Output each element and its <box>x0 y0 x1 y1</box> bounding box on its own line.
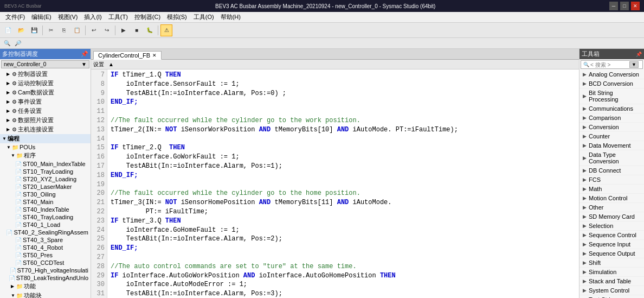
menu-item-o[interactable]: 工具(O) <box>190 12 217 22</box>
sidebar-item-st70[interactable]: 📄 ST70_High_voltageInsulati <box>0 267 91 274</box>
sidebar-item-st40spare[interactable]: 📄 ST40_3_Spare <box>0 236 91 244</box>
right-item-datamove[interactable]: ▶Data Movement <box>579 141 644 150</box>
build-button[interactable]: ⚠ <box>160 24 172 36</box>
right-items-list: ▶Analog Conversion ▶BCD Conversion ▶Bit … <box>579 70 644 298</box>
right-item-comparison[interactable]: ▶Comparison <box>579 113 644 123</box>
menu-item-c[interactable]: 控制器(C) <box>131 12 164 22</box>
cut-button[interactable]: ✂ <box>45 24 57 36</box>
menu-item-h[interactable]: 帮助(H) <box>217 12 244 22</box>
save-button[interactable]: 💾 <box>28 24 40 36</box>
right-item-conversion[interactable]: ▶Conversion <box>579 123 644 132</box>
menu-item-s[interactable]: 模拟(S) <box>164 12 190 22</box>
sidebar-item-st60[interactable]: 📄 ST60_CCDTest <box>0 259 91 267</box>
item-label: Simulation <box>589 269 616 275</box>
sidebar-dropdown[interactable]: new_Controller_0 ▼ <box>1 60 89 68</box>
maximize-button[interactable]: □ <box>620 2 629 10</box>
copy-button[interactable]: ⎘ <box>58 24 70 36</box>
sidebar-item-st80[interactable]: 📄 ST80_LeakTestingAndUnlo <box>0 274 91 282</box>
right-item-bitstring[interactable]: ▶Bit String Processing <box>579 88 644 104</box>
right-item-fcs[interactable]: ▶FCS <box>579 175 644 185</box>
sidebar-item-function[interactable]: ▶ 📁 功能 <box>0 282 91 291</box>
zoom-in-button[interactable]: 🔍 <box>2 39 12 48</box>
right-item-stacktable[interactable]: ▶Stack and Table <box>579 277 644 286</box>
sidebar-item-st40load[interactable]: 📄 ST40_1_Load <box>0 221 91 229</box>
tree-arrow: ▶ <box>7 90 12 95</box>
new-button[interactable]: 📄 <box>2 24 14 36</box>
item-arrow: ▶ <box>583 134 587 139</box>
search-button[interactable]: ▼ <box>629 61 639 68</box>
editor-area: CylinderControl_FB ✕ 设置 ▲ 7891011 121314… <box>91 49 579 298</box>
sidebar-item-funcblock[interactable]: ▼ 📁 功能块 <box>0 291 91 298</box>
right-item-bcd[interactable]: ▶BCD Conversion <box>579 79 644 88</box>
close-button[interactable]: ✕ <box>631 2 640 10</box>
right-item-seqinput[interactable]: ▶Sequence Input <box>579 240 644 249</box>
right-item-dbconnect[interactable]: ▶DB Connect <box>579 166 644 175</box>
sidebar-item-st40tray[interactable]: 📄 ST40_TrayLoading <box>0 213 91 221</box>
open-button[interactable]: 📂 <box>15 24 27 36</box>
minimize-button[interactable]: ─ <box>609 2 618 10</box>
right-item-analog[interactable]: ▶Analog Conversion <box>579 70 644 79</box>
menu-item-i[interactable]: 插入(I) <box>81 12 105 22</box>
code-editor[interactable]: 7891011 1213141516 1718192021 2223242526… <box>91 69 579 298</box>
sidebar-item-pous[interactable]: ▼ 📁 POUs <box>0 143 91 151</box>
scroll-up-icon[interactable]: ▲ <box>108 61 114 67</box>
menu-item-v[interactable]: 视图(V) <box>55 12 81 22</box>
right-search-box[interactable]: 🔍 ▼ <box>581 60 643 69</box>
right-item-other[interactable]: ▶Other <box>579 203 644 212</box>
stop-button[interactable]: ■ <box>131 24 143 36</box>
right-item-seqcontrol[interactable]: ▶Sequence Control <box>579 231 644 240</box>
sidebar-item-st40main[interactable]: 📄 ST40_Main <box>0 198 91 206</box>
menu-item-f[interactable]: 文件(F) <box>2 12 28 22</box>
st-icon: 📄 <box>15 184 22 190</box>
run-button[interactable]: ▶ <box>118 24 130 36</box>
sidebar-item-st20laser[interactable]: 📄 ST20_LaserMaker <box>0 183 91 191</box>
right-item-sdmemory[interactable]: ▶SD Memory Card <box>579 212 644 221</box>
sidebar-item-st50[interactable]: 📄 ST50_Pres <box>0 251 91 259</box>
sidebar-item-program[interactable]: ▼ 📁 程序 <box>0 151 91 160</box>
menu-item-e[interactable]: 编辑(E) <box>28 12 55 22</box>
search-input[interactable] <box>590 62 628 68</box>
sidebar-item-cam[interactable]: ▶ ⚙ Cam数据设置 <box>0 88 91 97</box>
toolbar: 📄 📂 💾 ✂ ⎘ 📋 ↩ ↪ ▶ ■ 🐛 ⚠ <box>0 23 644 38</box>
tab-cylinder[interactable]: CylinderControl_FB ✕ <box>93 51 162 60</box>
code-content[interactable]: IF tTimer_1.Q THEN ioInterface.SensorFau… <box>107 69 579 298</box>
debug-button[interactable]: 🐛 <box>144 24 156 36</box>
sidebar-tree: ▶ ⚙ 控制器设置 ▶ ⚙ 运动控制设置 ▶ ⚙ Cam数据设置 ▶ ⚙ 事件设… <box>0 69 91 298</box>
sidebar-item-controller[interactable]: ▶ ⚙ 控制器设置 <box>0 69 91 79</box>
sidebar-item-motion[interactable]: ▶ ⚙ 运动控制设置 <box>0 79 91 88</box>
item-arrow: ▶ <box>583 205 587 210</box>
undo-button[interactable]: ↩ <box>88 24 100 36</box>
right-item-math[interactable]: ▶Math <box>579 185 644 194</box>
sidebar-item-event[interactable]: ▶ ⚙ 事件设置 <box>0 97 91 106</box>
right-panel: 工具箱 📌 🔍 ▼ ▶Analog Conversion ▶BCD Conver… <box>579 49 644 298</box>
tab-close-button[interactable]: ✕ <box>152 53 157 58</box>
sidebar-item-data[interactable]: ▶ ⚙ 数据照片设置 <box>0 116 91 125</box>
sidebar-item-st10[interactable]: 📄 ST10_TrayLoading <box>0 168 91 175</box>
right-item-comms[interactable]: ▶Communications <box>579 104 644 113</box>
right-panel-pin-icon[interactable]: 📌 <box>636 52 642 57</box>
sidebar-item-st40seal[interactable]: 📄 ST40_2_SealingRingAssem <box>0 229 91 236</box>
tab-label: CylinderControl_FB <box>98 52 150 59</box>
right-item-shift[interactable]: ▶Shift <box>579 258 644 268</box>
sidebar-item-st00[interactable]: 📄 ST00_Main_IndexTable <box>0 160 91 168</box>
sidebar-item-st20xyz[interactable]: 📄 ST20_XYZ_Loading <box>0 175 91 183</box>
right-item-textstring[interactable]: ▶Text String <box>579 295 644 298</box>
sidebar-item-st40robot[interactable]: 📄 ST40_4_Robot <box>0 244 91 251</box>
right-item-motion[interactable]: ▶Motion Control <box>579 194 644 203</box>
sidebar-item-task[interactable]: ▶ ⚙ 任务设置 <box>0 106 91 116</box>
sidebar-item-st30[interactable]: 📄 ST30_Oiling <box>0 191 91 198</box>
right-item-simulation[interactable]: ▶Simulation <box>579 268 644 277</box>
right-item-syscontrol[interactable]: ▶System Control <box>579 286 644 295</box>
redo-button[interactable]: ↪ <box>101 24 113 36</box>
paste-button[interactable]: 📋 <box>71 24 83 36</box>
right-item-datatype[interactable]: ▶Data Type Conversion <box>579 150 644 166</box>
right-item-selection[interactable]: ▶Selection <box>579 221 644 231</box>
right-item-seqoutput[interactable]: ▶Sequence Output <box>579 249 644 258</box>
right-item-counter[interactable]: ▶Counter <box>579 132 644 141</box>
menu-item-t[interactable]: 工具(T) <box>105 12 131 22</box>
sidebar-item-st40index[interactable]: 📄 ST40_IndexTable <box>0 206 91 213</box>
zoom-out-button[interactable]: 🔎 <box>13 39 23 48</box>
sidebar-item-main-conn[interactable]: ▶ ⚙ 主机连接设置 <box>0 125 91 134</box>
item-label: 主机连接设置 <box>18 125 54 134</box>
sidebar-pin-icon[interactable]: 📌 <box>81 50 88 58</box>
